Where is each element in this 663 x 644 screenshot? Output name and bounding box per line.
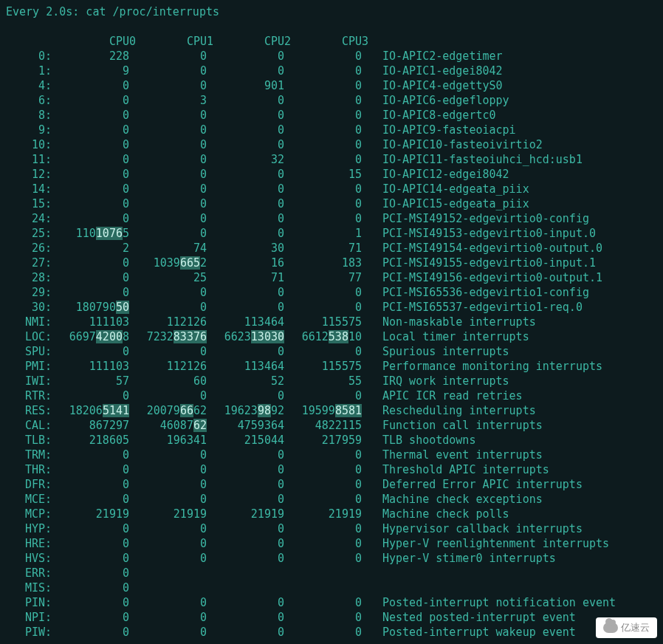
cpu-value: 30 [207,241,284,256]
cpu-value: 0 [207,344,284,359]
cpu-value: 0 [284,344,362,359]
cpu-value: 218605 [52,433,129,448]
irq-label: PIW: [3,625,52,640]
cpu-value: 15 [284,167,362,182]
cpu-value: 0 [284,49,362,64]
irq-description: Hyper-V reenlightenment interrupts [362,536,609,551]
irq-label: TLB: [3,433,52,448]
irq-edge: 65536-edge [429,285,495,300]
irq-source: IO-APIC [362,137,429,152]
irq-device: floppy [469,93,509,108]
cpu-header: CPU3 [291,34,368,49]
irq-device: virtio1-config [496,285,589,300]
irq-label: 8: [3,108,52,123]
irq-edge: 15-edge [429,196,475,211]
cpu-value: 0 [284,123,362,137]
cpu-value: 32 [207,152,284,167]
table-row: 4:009010IO-APIC 4-edge ttyS0 [3,78,663,93]
irq-source: IO-APIC [362,196,429,211]
cpu-value: 71 [284,241,362,256]
irq-edge: 65537-edge [429,300,495,315]
cpu-value: 217959 [284,433,362,448]
cpu-value: 111103 [52,315,129,329]
irq-device: ttyS0 [469,78,502,93]
cpu-value: 183 [284,256,362,270]
irq-label: MIS: [3,580,52,595]
irq-label: 29: [3,285,52,300]
cpu-value: 0 [284,285,362,300]
cpu-value: 0 [129,595,207,610]
cpu-value: 723283376 [129,329,207,344]
cpu-value: 0 [129,211,207,226]
irq-source: IO-APIC [362,78,429,93]
irq-label: ERR: [3,566,52,580]
cpu-value: 0 [129,49,207,64]
table-row: TLB:218605196341215044217959TLB shootdow… [3,433,663,448]
irq-device: timer [469,49,502,64]
cpu-value: 0 [52,595,129,610]
table-row: 25:11010765001PCI-MSI 49153-edge virtio0… [3,226,663,241]
table-row: 27:01039665216183PCI-MSI 49155-edge virt… [3,256,663,270]
cpu-value: 0 [129,167,207,182]
cpu-value: 0 [52,448,129,462]
cpu-value: 182065141 [52,403,129,418]
cpu-value: 0 [52,566,129,580]
irq-edge: 1-edge [429,64,469,78]
irq-description: Rescheduling interrupts [362,403,536,418]
table-row: 6:0300IO-APIC 6-edge floppy [3,93,663,108]
irq-description: Machine check polls [362,507,509,521]
table-row: 8:0000IO-APIC 8-edge rtc0 [3,108,663,123]
irq-label: TRM: [3,448,52,462]
irq-edge: 4-edge [429,78,469,93]
cpu-value: 0 [284,448,362,462]
cpu-value: 0 [52,137,129,152]
irq-description: IRQ work interrupts [362,374,509,388]
cpu-value: 1 [284,226,362,241]
cpu-value: 0 [129,610,207,625]
irq-description: Posted-interrupt notification event [362,595,616,610]
cpu-value: 901 [207,78,284,93]
cpu-value: 0 [129,182,207,196]
cpu-value: 112126 [129,315,207,329]
cpu-value: 0 [129,388,207,403]
cpu-value: 113464 [207,315,284,329]
irq-description: Non-maskable interrupts [362,315,536,329]
table-row: 29:0000PCI-MSI 65536-edge virtio1-config [3,285,663,300]
watermark-text: 亿速云 [621,620,650,635]
cpu-value: 0 [207,625,284,640]
irq-source: PCI-MSI [362,256,429,270]
irq-edge: 2-edge [429,49,469,64]
cpu-value: 0 [207,137,284,152]
irq-edge: 49155-edge [429,256,495,270]
cpu-value: 195998581 [284,403,362,418]
cpu-value: 21919 [207,507,284,521]
cpu-value: 0 [207,108,284,123]
cpu-value: 0 [284,196,362,211]
interrupt-table: 0:228000IO-APIC 2-edge timer1:9000IO-API… [3,49,663,640]
cpu-value: 196239892 [207,403,284,418]
cpu-value: 0 [284,551,362,566]
irq-edge: 6-edge [429,93,469,108]
irq-label: SPU: [3,344,52,359]
irq-label: NPI: [3,610,52,625]
cpu-value: 3 [129,93,207,108]
irq-source: PCI-MSI [362,300,429,315]
cpu-value: 0 [284,182,362,196]
cpu-value: 115575 [284,359,362,374]
irq-device: i8042 [475,167,509,182]
cpu-value: 0 [284,108,362,123]
irq-device: virtio0-input.0 [496,226,596,241]
table-row: 24:0000PCI-MSI 49152-edge virtio0-config [3,211,663,226]
cpu-value: 0 [207,477,284,492]
irq-label: PMI: [3,359,52,374]
cpu-value: 0 [207,226,284,241]
irq-label: 28: [3,270,52,285]
cpu-value: 0 [207,49,284,64]
cpu-value: 4759364 [207,418,284,433]
cpu-value: 21919 [129,507,207,521]
cpu-value: 0 [129,78,207,93]
irq-device: virtio0-input.1 [496,256,596,270]
irq-label: 15: [3,196,52,211]
cpu-value: 200796662 [129,403,207,418]
cpu-value: 0 [129,137,207,152]
